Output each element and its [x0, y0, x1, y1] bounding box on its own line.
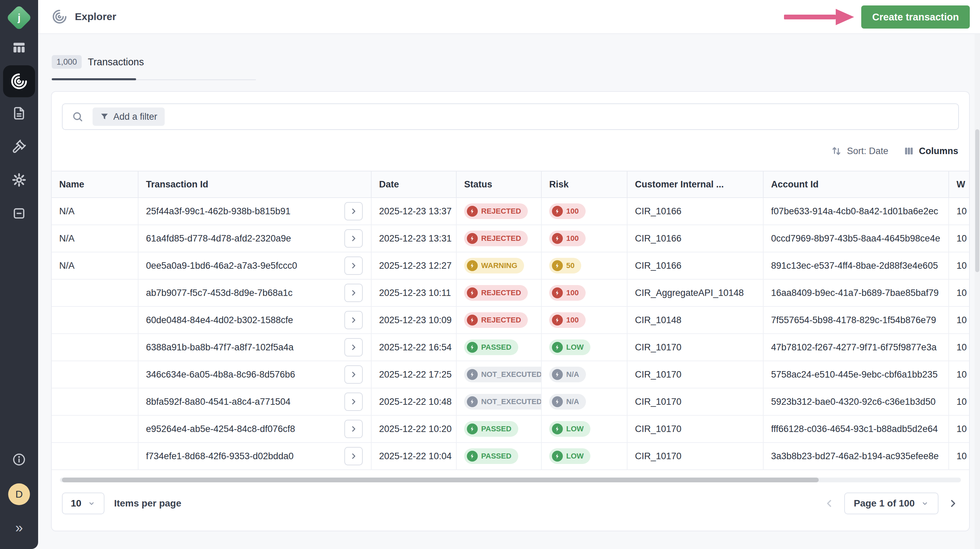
row-expand-button[interactable] — [344, 284, 363, 302]
next-page-button[interactable] — [947, 498, 959, 509]
notebook-icon — [11, 206, 27, 221]
table-row[interactable]: ab7b9077-f5c7-453d-8d9e-7b68a1c2025-12-2… — [52, 279, 969, 307]
cell-risk: LOW — [542, 443, 627, 470]
column-header-risk: Risk — [542, 171, 627, 197]
cell-w: 10 — [949, 416, 969, 442]
status-badge: WARNING — [464, 258, 524, 273]
row-expand-button[interactable] — [344, 338, 363, 357]
cell-risk: 50 — [542, 252, 627, 279]
sidebar-item-rules[interactable] — [11, 139, 27, 155]
columns-icon — [904, 146, 914, 156]
cell-w: 10 — [949, 443, 969, 470]
status-badge: NOT_EXECUTED — [464, 394, 542, 409]
cell-risk: N/A — [542, 361, 627, 388]
sidebar-expand-button[interactable]: » — [15, 521, 23, 535]
table-row[interactable]: 60de0484-84e4-4d02-b302-1588cfe2025-12-2… — [52, 307, 969, 334]
sidebar-item-scenarios[interactable] — [11, 106, 27, 122]
sidebar-item-settings[interactable] — [11, 173, 27, 189]
risk-badge: 100 — [549, 312, 585, 328]
chevron-right-icon — [349, 289, 358, 297]
cell-risk: 100 — [542, 225, 627, 252]
cell-w: 10 — [949, 252, 969, 279]
search-icon — [72, 111, 84, 123]
sidebar-item-explorer[interactable] — [3, 65, 35, 97]
column-header-transaction-id: Transaction Id — [138, 171, 372, 197]
info-button[interactable] — [12, 452, 26, 468]
table-header-row: NameTransaction IdDateStatusRiskCustomer… — [52, 171, 969, 198]
cell-date: 2025-12-22 16:54 — [372, 334, 457, 360]
cell-transaction-id: 61a4fd85-d778-4d78-afd2-2320a9e — [138, 225, 372, 252]
window-scrollbar-thumb[interactable] — [975, 129, 979, 272]
cell-customer-internal-id: CIR_AggregateAPI_10148 — [627, 279, 764, 306]
gear-icon — [11, 173, 27, 187]
workspace-initial: j — [18, 12, 21, 24]
filter-search-bar[interactable]: Add a filter — [62, 103, 959, 130]
bolt-icon — [467, 287, 478, 298]
bolt-icon — [552, 206, 563, 217]
bolt-icon — [467, 342, 478, 353]
row-expand-button[interactable] — [344, 447, 363, 465]
transactions-table: NameTransaction IdDateStatusRiskCustomer… — [52, 171, 969, 470]
tab-transactions[interactable]: 1,000 Transactions — [52, 55, 144, 69]
page-logo — [52, 9, 67, 24]
cell-transaction-id: 8bfa592f-8a80-4541-a8c4-a771504 — [138, 389, 372, 415]
bolt-icon — [552, 287, 563, 298]
table-row[interactable]: f734efe1-8d68-42f6-9353-d02bdda02025-12-… — [52, 443, 969, 470]
window-scrollbar[interactable] — [975, 34, 980, 549]
table-row[interactable]: e95264e4-ab5e-4254-84c8-df076cf82025-12-… — [52, 416, 969, 443]
cell-customer-internal-id: CIR_10166 — [627, 252, 764, 279]
row-expand-button[interactable] — [344, 392, 363, 411]
expand-chevrons-icon: » — [15, 520, 23, 535]
sidebar-item-data[interactable] — [11, 206, 27, 222]
row-expand-button[interactable] — [344, 257, 363, 275]
table-row[interactable]: N/A61a4fd85-d778-4d78-afd2-2320a9e2025-1… — [52, 225, 969, 252]
chevron-right-icon — [349, 370, 358, 379]
risk-badge: LOW — [549, 340, 590, 355]
previous-page-button[interactable] — [824, 498, 835, 509]
bolt-icon — [552, 424, 563, 434]
table-toolbar: Sort: Date Columns — [63, 141, 958, 160]
bolt-icon — [467, 369, 478, 380]
gavel-icon — [11, 139, 27, 154]
cell-risk: LOW — [542, 416, 627, 442]
sort-control[interactable]: Sort: Date — [830, 145, 888, 157]
cell-account-id: 47b78102-f267-4277-9f71-6f75f9877e3a — [764, 334, 949, 360]
cell-date: 2025-12-23 12:27 — [372, 252, 457, 279]
user-avatar[interactable]: D — [8, 483, 30, 505]
cell-name: N/A — [52, 198, 138, 224]
cell-date: 2025-12-22 10:20 — [372, 416, 457, 442]
risk-badge: 100 — [549, 285, 585, 301]
items-per-page-select[interactable]: 10 — [62, 492, 105, 514]
cell-name — [52, 443, 138, 470]
row-expand-button[interactable] — [344, 420, 363, 438]
horizontal-scrollbar-thumb[interactable] — [62, 478, 819, 482]
row-expand-button[interactable] — [344, 365, 363, 384]
columns-control[interactable]: Columns — [904, 146, 958, 157]
cell-date: 2025-12-23 13:37 — [372, 198, 457, 224]
table-row[interactable]: N/A25f44a3f-99c1-462b-938b-b815b912025-1… — [52, 198, 969, 225]
page-select[interactable]: Page 1 of 100 — [844, 492, 939, 514]
workspace-logo[interactable]: j — [6, 5, 32, 31]
cell-account-id: 891c13ec-e537-4ff4-8bae-2d88f3e4e605 — [764, 252, 949, 279]
cell-transaction-id: 346c634e-6a05-4b8a-8c96-8d576b6 — [138, 361, 372, 388]
table-row[interactable]: N/A0ee5a0a9-1bd6-46a2-a7a3-9e5fccc02025-… — [52, 252, 969, 279]
bolt-icon — [552, 260, 563, 271]
column-header-customer-internal: Customer Internal ... — [627, 171, 764, 197]
create-transaction-button[interactable]: Create transaction — [861, 5, 970, 29]
table-row[interactable]: 6388a91b-ba8b-47f7-a8f7-102f5a4a2025-12-… — [52, 334, 969, 361]
risk-badge: 50 — [549, 258, 581, 273]
row-expand-button[interactable] — [344, 229, 363, 248]
horizontal-scrollbar[interactable] — [60, 478, 961, 482]
add-filter-button[interactable]: Add a filter — [92, 108, 165, 126]
table-row[interactable]: 8bfa592f-8a80-4541-a8c4-a7715042025-12-2… — [52, 389, 969, 416]
chevron-right-icon — [349, 316, 358, 325]
status-badge: PASSED — [464, 421, 518, 437]
table-row[interactable]: 346c634e-6a05-4b8a-8c96-8d576b62025-12-2… — [52, 361, 969, 389]
sidebar-item-case-manager[interactable] — [11, 40, 27, 57]
row-expand-button[interactable] — [344, 311, 363, 329]
cell-w: 10 — [949, 198, 969, 224]
row-expand-button[interactable] — [344, 202, 363, 221]
column-header-status: Status — [457, 171, 542, 197]
transactions-count-badge: 1,000 — [52, 55, 82, 69]
cell-name — [52, 307, 138, 333]
